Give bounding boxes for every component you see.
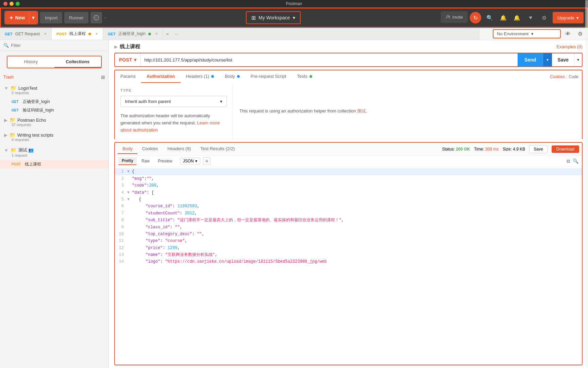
- sidebar-tab-history[interactable]: History: [7, 56, 54, 68]
- upgrade-button[interactable]: Upgrade ▾: [553, 12, 584, 23]
- code-link[interactable]: Code: [569, 74, 578, 79]
- json-line-3: 3 "code": 200,: [115, 182, 582, 189]
- collection-logintest[interactable]: ▼ 📁 LoginTest 2 requests: [0, 83, 108, 98]
- json-format-selector[interactable]: JSON ▾: [180, 158, 200, 164]
- url-row: POST ▾ Send ▾ Save ▾: [114, 53, 583, 67]
- copy-button[interactable]: ⧉: [567, 158, 570, 164]
- send-button[interactable]: Send: [518, 53, 543, 66]
- status-value: 200 OK: [456, 147, 470, 152]
- tab-tests[interactable]: Tests: [292, 70, 318, 83]
- new-collection-button[interactable]: ⊞: [101, 74, 105, 80]
- json-line-4: 4 ▼ "data": [: [115, 189, 582, 196]
- wrap-button[interactable]: ≡: [203, 157, 211, 165]
- new-button[interactable]: + New ▾: [5, 12, 37, 23]
- examples-link[interactable]: Examples (0): [556, 44, 583, 49]
- json-line-8: 8 "sub_title": "这门课程不一定是最高大上的，但一定是最落地的、最…: [115, 217, 582, 224]
- response-status-area: Status: 200 OK Time: 308 ms Size: 4.9 KB…: [442, 145, 579, 153]
- heart-button[interactable]: ♥: [525, 13, 536, 23]
- type-label: TYPE: [120, 88, 227, 92]
- json-line-12: 12 "price": 1299,: [115, 245, 582, 251]
- cookies-link[interactable]: Cookies: [550, 74, 565, 79]
- raw-button[interactable]: Raw: [138, 157, 153, 165]
- save-button[interactable]: Save: [552, 53, 574, 66]
- auth-description: The authorization header will be automat…: [120, 112, 222, 134]
- minimize-traffic-light[interactable]: [10, 2, 14, 6]
- import-button[interactable]: Import: [40, 12, 62, 23]
- json-line-14: 14 "logo": "https://cdn.sanjieke.cn/uplo…: [115, 258, 582, 265]
- resp-tab-test-results[interactable]: Test Results (2/2): [196, 144, 239, 154]
- tab-get-request[interactable]: GET GET Request ✕: [0, 28, 52, 40]
- environment-label: No Environment: [497, 31, 528, 36]
- pretty-button[interactable]: Pretty: [118, 157, 137, 165]
- filter-input[interactable]: [11, 43, 105, 48]
- collection-test[interactable]: ▼ 📁 测试 👥 1 request: [0, 144, 108, 160]
- request-section: ▶ 线上课程 Examples (0) POST ▾ Send ▾ Save ▾…: [109, 40, 588, 83]
- settings-button[interactable]: ⚙: [539, 13, 549, 23]
- resp-tab-cookies[interactable]: Cookies: [137, 144, 163, 154]
- environment-selector[interactable]: No Environment ▾: [493, 29, 561, 38]
- json-line-1: 1 ▼ {: [115, 168, 582, 175]
- format-bar: Pretty Raw Preview JSON ▾ ≡ ⧉ 🔍: [115, 156, 582, 167]
- collapse-arrow[interactable]: ▶: [114, 44, 118, 49]
- search-icon: 🔍: [3, 43, 9, 48]
- tab-body[interactable]: Body: [219, 70, 245, 83]
- json-line-6: 6 "course_id": 11992593,: [115, 203, 582, 210]
- runner-button[interactable]: Runner: [64, 12, 88, 23]
- collection-postman-echo[interactable]: ▶ 📁 Postman Echo 37 requests: [0, 115, 108, 129]
- tab-get-login[interactable]: GET 正确登录_login ✕: [103, 28, 163, 40]
- tab-saved-dot: [148, 33, 151, 35]
- invite-button[interactable]: Invite: [441, 11, 468, 23]
- preview-button[interactable]: Preview: [154, 157, 176, 165]
- response-tabs: Body Cookies Headers (9) Test Results (2…: [118, 144, 239, 154]
- send-dropdown[interactable]: ▾: [543, 53, 552, 66]
- request-online-course[interactable]: POST 线上课程: [0, 160, 108, 169]
- request-code-error-login[interactable]: GET 验证码错误_login: [0, 106, 108, 115]
- bell-button[interactable]: 🔔: [498, 13, 508, 23]
- close-traffic-light[interactable]: [3, 2, 7, 6]
- tab-post-course[interactable]: POST 线上课程 ✕: [52, 28, 103, 40]
- tab-headers[interactable]: Headers (1): [181, 70, 220, 83]
- environment-view-button[interactable]: 👁: [563, 29, 573, 39]
- tabs-more[interactable]: ···: [171, 31, 182, 36]
- workspace-button[interactable]: ⊞ My Workspace ▾: [246, 11, 300, 24]
- response-header: Body Cookies Headers (9) Test Results (2…: [115, 143, 582, 156]
- request-correct-login[interactable]: GET 正确登录_login: [0, 98, 108, 106]
- collections-list: ▼ 📁 LoginTest 2 requests GET 正确登录_login …: [0, 81, 108, 368]
- search-button[interactable]: 🔍: [485, 13, 495, 23]
- resp-tab-body[interactable]: Body: [118, 144, 137, 154]
- tab-authorization[interactable]: Authorization: [141, 70, 181, 83]
- notification-button[interactable]: 🔔: [512, 13, 522, 23]
- sidebar-tab-collections[interactable]: Collections: [54, 56, 101, 68]
- method-selector[interactable]: POST ▾: [115, 53, 141, 66]
- request-subtabs: Params Authorization Headers (1) Body Pr…: [114, 70, 583, 83]
- json-viewer: 1 ▼ { 2 "msg": "", 3 "code": 200,: [115, 167, 582, 365]
- auth-type-selector[interactable]: Inherit auth from parent ▾: [120, 96, 227, 107]
- auth-panel: TYPE Inherit auth from parent ▾ The auth…: [114, 83, 583, 139]
- resp-save-button[interactable]: Save: [529, 145, 547, 153]
- tab-close-get[interactable]: ✕: [44, 32, 47, 36]
- collection-link[interactable]: 测试: [357, 108, 366, 113]
- maximize-traffic-light[interactable]: [16, 2, 20, 6]
- resp-download-button[interactable]: Download: [552, 145, 579, 153]
- environment-area: No Environment ▾ 👁 ⚙: [479, 28, 588, 40]
- search-response-button[interactable]: 🔍: [573, 158, 578, 164]
- json-line-7: 7 "studentCount": 2012,: [115, 210, 582, 217]
- url-input[interactable]: [141, 53, 518, 66]
- trash-link[interactable]: Trash: [3, 75, 14, 80]
- main-content: ▶ 线上课程 Examples (0) POST ▾ Send ▾ Save ▾…: [109, 40, 588, 368]
- json-line-11: 11 "type": "course",: [115, 238, 582, 244]
- json-line-13: 13 "name": "互联网业务数据分析实战",: [115, 251, 582, 258]
- tab-scroll-right[interactable]: →: [163, 31, 171, 36]
- collection-writing-tests[interactable]: ▶ 📁 Writing test scripts 4 requests: [0, 129, 108, 144]
- sync-button[interactable]: ↻: [470, 12, 481, 23]
- body-dot: [237, 75, 240, 78]
- tab-close-post[interactable]: ✕: [95, 32, 98, 36]
- tab-params[interactable]: Params: [115, 70, 141, 83]
- tab-pre-request[interactable]: Pre-request Script: [245, 70, 292, 83]
- sync-icon-button[interactable]: [90, 12, 102, 23]
- resp-tab-headers[interactable]: Headers (9): [163, 144, 196, 154]
- save-dropdown[interactable]: ▾: [574, 53, 582, 66]
- environment-settings-button[interactable]: ⚙: [575, 29, 585, 39]
- tab-close-login[interactable]: ✕: [155, 32, 158, 36]
- json-line-2: 2 "msg": "",: [115, 175, 582, 182]
